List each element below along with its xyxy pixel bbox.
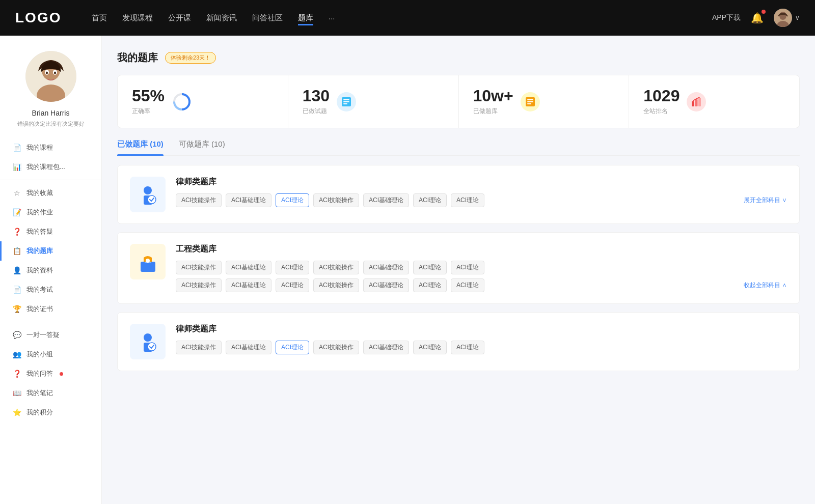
profile-icon: 👤 xyxy=(12,266,21,274)
bank-icon-lawyer-2 xyxy=(130,324,166,359)
svg-rect-18 xyxy=(527,99,533,100)
user-avatar-menu[interactable]: ∨ xyxy=(774,9,800,27)
bank-header-0: 律师类题库 ACI技能操作 ACI基础理论 ACI理论 ACI技能操作 ACI基… xyxy=(130,177,787,212)
profile-name: Brian Harris xyxy=(32,109,70,117)
notification-bell[interactable]: 🔔 xyxy=(751,12,764,24)
tag-0-6[interactable]: ACI理论 xyxy=(451,193,484,207)
page-header: 我的题库 体验剩余23天！ xyxy=(117,51,800,65)
tag-1-ex-4[interactable]: ACI基础理论 xyxy=(363,278,409,292)
sidebar-item-group[interactable]: 👥 我的小组 xyxy=(0,345,101,364)
sidebar-item-myqa[interactable]: ❓ 我的问答 xyxy=(0,364,101,383)
tags-row-2: ACI技能操作 ACI基础理论 ACI理论 ACI技能操作 ACI基础理论 AC… xyxy=(176,341,787,354)
nav-qa[interactable]: 问答社区 xyxy=(252,11,283,25)
sidebar-item-homework[interactable]: 📝 我的作业 xyxy=(0,203,101,222)
bank-icon-engineer xyxy=(130,244,166,279)
stat-banks-label: 已做题库 xyxy=(473,107,513,116)
tag-2-2[interactable]: ACI理论 xyxy=(276,341,309,354)
tag-2-3[interactable]: ACI技能操作 xyxy=(313,341,359,354)
tag-1-0[interactable]: ACI技能操作 xyxy=(176,261,222,274)
bank-title-0: 律师类题库 xyxy=(176,177,787,187)
stat-done-label: 已做试题 xyxy=(303,107,330,116)
tag-1-ex-6[interactable]: ACI理论 xyxy=(451,278,484,292)
sidebar-item-profile[interactable]: 👤 我的资料 xyxy=(0,261,101,280)
nav-discover[interactable]: 发现课程 xyxy=(122,11,153,25)
tag-0-3[interactable]: ACI技能操作 xyxy=(313,193,359,207)
questions-icon: ❓ xyxy=(12,228,21,236)
bank-card-1: 工程类题库 ACI技能操作 ACI基础理论 ACI理论 ACI技能操作 ACI基… xyxy=(117,232,800,304)
tag-1-ex-3[interactable]: ACI技能操作 xyxy=(313,278,359,292)
sidebar-item-bank[interactable]: 📋 我的题库 xyxy=(0,241,101,261)
collapse-link-1[interactable]: 收起全部科目 ∧ xyxy=(744,281,787,290)
avatar xyxy=(774,9,792,27)
tag-1-ex-5[interactable]: ACI理论 xyxy=(413,278,447,292)
tag-0-0[interactable]: ACI技能操作 xyxy=(176,193,222,207)
stat-done-banks: 10w+ 已做题库 xyxy=(459,75,630,128)
tag-2-0[interactable]: ACI技能操作 xyxy=(176,341,222,354)
tag-1-6[interactable]: ACI理论 xyxy=(451,261,484,274)
tag-2-5[interactable]: ACI理论 xyxy=(413,341,447,354)
points-icon: ⭐ xyxy=(12,408,21,416)
tag-1-1[interactable]: ACI基础理论 xyxy=(226,261,271,274)
tutoring-icon: 💬 xyxy=(12,331,21,339)
nav-openclass[interactable]: 公开课 xyxy=(168,11,191,25)
tag-1-ex-0[interactable]: ACI技能操作 xyxy=(176,278,222,292)
tag-1-5[interactable]: ACI理论 xyxy=(413,261,447,274)
svg-rect-20 xyxy=(527,103,531,104)
sidebar-item-questions[interactable]: ❓ 我的答疑 xyxy=(0,222,101,241)
nav-more[interactable]: ··· xyxy=(329,11,335,25)
bank-title-1: 工程类题库 xyxy=(176,244,787,255)
tag-2-4[interactable]: ACI基础理论 xyxy=(363,341,409,354)
trial-badge: 体验剩余23天！ xyxy=(165,52,216,64)
svg-rect-29 xyxy=(145,262,151,263)
notes-icon: 📖 xyxy=(12,389,21,397)
tag-1-2[interactable]: ACI理论 xyxy=(276,261,309,274)
svg-rect-21 xyxy=(692,101,694,106)
tab-available[interactable]: 可做题库 (10) xyxy=(179,139,225,155)
qa-badge-dot xyxy=(60,372,63,376)
expand-link-0[interactable]: 展开全部科目 ∨ xyxy=(744,194,787,207)
sidebar-item-points[interactable]: ⭐ 我的积分 xyxy=(0,403,101,422)
tag-1-ex-1[interactable]: ACI基础理论 xyxy=(226,278,271,292)
nav-questions[interactable]: 题库 xyxy=(298,11,313,25)
done-banks-icon xyxy=(521,92,540,111)
stat-done-questions: 130 已做试题 xyxy=(288,75,459,128)
tag-1-ex-2[interactable]: ACI理论 xyxy=(276,278,309,292)
sidebar-item-notes[interactable]: 📖 我的笔记 xyxy=(0,383,101,403)
nav-menu: 首页 发现课程 公开课 新闻资讯 问答社区 题库 ··· xyxy=(92,11,712,25)
homework-icon: 📝 xyxy=(12,208,21,216)
nav-home[interactable]: 首页 xyxy=(92,11,107,25)
navbar-right: APP下载 🔔 ∨ xyxy=(712,9,800,27)
sidebar-item-cert[interactable]: 🏆 我的证书 xyxy=(0,299,101,319)
tag-2-6[interactable]: ACI理论 xyxy=(451,341,484,354)
tag-1-4[interactable]: ACI基础理论 xyxy=(363,261,409,274)
page-title: 我的题库 xyxy=(117,51,158,65)
tag-0-2[interactable]: ACI理论 xyxy=(276,193,309,207)
sidebar-item-exam[interactable]: 📄 我的考试 xyxy=(0,280,101,299)
sidebar-item-tutoring[interactable]: 💬 一对一答疑 xyxy=(0,325,101,345)
tag-0-5[interactable]: ACI理论 xyxy=(413,193,447,207)
tag-0-1[interactable]: ACI基础理论 xyxy=(226,193,271,207)
stat-ranking: 1029 全站排名 xyxy=(629,75,799,128)
tag-1-3[interactable]: ACI技能操作 xyxy=(313,261,359,274)
sidebar-item-course[interactable]: 📄 我的课程 xyxy=(0,138,101,157)
svg-rect-19 xyxy=(527,101,533,102)
profile-motto: 错误的决定比没有决定要好 xyxy=(12,120,90,128)
svg-rect-14 xyxy=(343,99,349,100)
tags-row-1: ACI技能操作 ACI基础理论 ACI理论 ACI技能操作 ACI基础理论 AC… xyxy=(176,261,787,274)
nav-news[interactable]: 新闻资讯 xyxy=(206,11,237,25)
tag-2-1[interactable]: ACI基础理论 xyxy=(226,341,271,354)
favorites-icon: ☆ xyxy=(12,189,21,197)
tab-done[interactable]: 已做题库 (10) xyxy=(117,139,164,155)
notification-badge xyxy=(762,10,766,14)
course-icon: 📄 xyxy=(12,144,21,152)
sidebar-item-coursepack[interactable]: 📊 我的课程包... xyxy=(0,157,101,177)
bank-icon-lawyer-0 xyxy=(130,177,166,212)
tag-0-4[interactable]: ACI基础理论 xyxy=(363,193,409,207)
stats-row: 55% 正确率 130 已做试题 xyxy=(117,75,800,128)
svg-rect-22 xyxy=(695,99,698,106)
sidebar-item-favorites[interactable]: ☆ 我的收藏 xyxy=(0,183,101,203)
svg-rect-15 xyxy=(343,101,349,102)
app-download-button[interactable]: APP下载 xyxy=(712,13,741,22)
svg-point-26 xyxy=(148,195,156,204)
sidebar: Brian Harris 错误的决定比没有决定要好 📄 我的课程 📊 我的课程包… xyxy=(0,36,102,504)
